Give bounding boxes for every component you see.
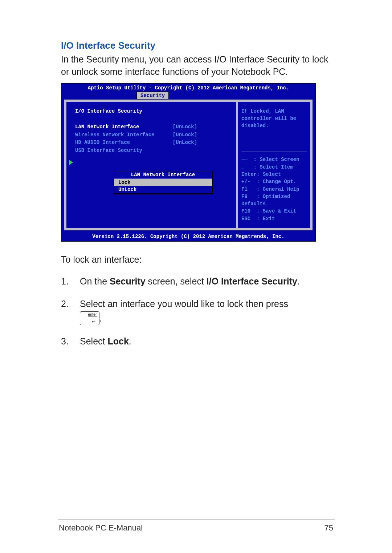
bios-tab-security: Security bbox=[136, 92, 169, 99]
bios-help-divider bbox=[241, 151, 307, 152]
bios-popup-title: LAN Network Interface bbox=[114, 171, 212, 179]
bios-cursor-icon bbox=[69, 160, 73, 165]
bios-screenshot: Aptio Setup Utility - Copyright (C) 2012… bbox=[61, 83, 316, 242]
step-1: 1. On the Security screen, select I/O In… bbox=[61, 274, 334, 288]
footer-rule bbox=[58, 519, 335, 520]
step-3: 3. Select Lock. bbox=[61, 334, 334, 348]
section-intro: In the Security menu, you can access I/O… bbox=[61, 53, 334, 78]
bios-help-keys: →← : Select Screen ↓ : Select Item Enter… bbox=[241, 156, 307, 222]
bios-item-lan: LAN Network Interface [UnLock] bbox=[75, 123, 231, 131]
bios-popup-option-unlock: UnLock bbox=[114, 186, 212, 193]
enter-key-icon: enter bbox=[80, 311, 99, 325]
bios-popup: LAN Network Interface Lock UnLock bbox=[114, 171, 212, 194]
bios-section-title: I/O Interface Security bbox=[75, 108, 231, 116]
step-2: 2. Select an interface you would like to… bbox=[61, 296, 334, 326]
bios-footer: Version 2.15.1226. Copyright (C) 2012 Am… bbox=[61, 233, 315, 241]
page-number: 75 bbox=[324, 523, 333, 533]
bios-popup-option-lock: Lock bbox=[114, 179, 212, 186]
instruction-lead: To lock an interface: bbox=[61, 253, 334, 266]
bios-header: Aptio Setup Utility - Copyright (C) 2012… bbox=[61, 84, 315, 92]
bios-item-hdaudio: HD AUDIO Interface [UnLock] bbox=[75, 139, 231, 147]
bios-item-wireless: Wireless Network Interface [UnLock] bbox=[75, 131, 231, 139]
bios-item-usb: USB Interface Security bbox=[75, 147, 231, 155]
section-heading: I/O Interface Security bbox=[61, 40, 334, 51]
footer-text: Notebook PC E-Manual bbox=[59, 523, 143, 533]
bios-help-text: If Locked, LAN controller will be disabl… bbox=[241, 108, 307, 130]
